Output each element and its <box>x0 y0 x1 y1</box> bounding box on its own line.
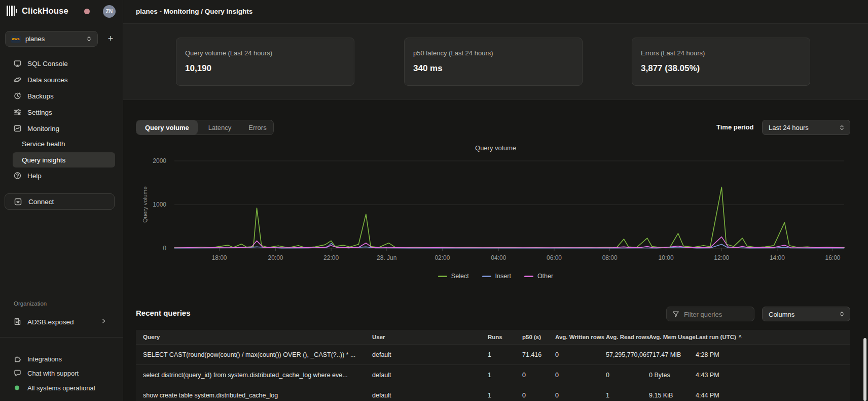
chart-tabs: Query volume Latency Errors <box>136 120 274 135</box>
tab-query-volume[interactable]: Query volume <box>136 120 198 135</box>
column-header[interactable]: Avg. Mem Usage <box>649 334 696 340</box>
chart-legend: SelectInsertOther <box>123 273 868 280</box>
table-cell: 4:43 PM <box>696 372 850 379</box>
table-cell: 0 <box>555 372 606 379</box>
legend-label: Insert <box>495 273 511 280</box>
legend-swatch-icon <box>524 276 533 277</box>
tab-errors[interactable]: Errors <box>242 120 273 135</box>
table-row[interactable]: show create table system.distributed_cac… <box>136 385 850 401</box>
y-tick-label: 1000 <box>153 201 166 208</box>
sidebar-item-settings[interactable]: Settings <box>0 104 123 120</box>
sidebar-item-integrations[interactable]: Integrations <box>0 351 123 366</box>
legend-label: Other <box>537 273 553 280</box>
table-cell: 9.15 KiB <box>649 392 696 399</box>
sidebar-item-label: Backups <box>27 92 54 99</box>
x-tick-label: 12:00 <box>714 254 729 261</box>
breadcrumb: planes - Monitoring / Query insights <box>136 8 252 15</box>
filter-queries-input[interactable]: Filter queries <box>666 307 754 321</box>
query-volume-chart: Query volume 01000200018:0020:0022:0028.… <box>123 140 868 287</box>
organization-item[interactable]: ADSB.exposed <box>0 314 123 329</box>
x-tick-label: 28. Jun <box>377 254 396 261</box>
funnel-icon <box>672 311 679 318</box>
sidebar-item-query-insights[interactable]: Query insights <box>13 152 115 168</box>
column-header[interactable]: Query <box>136 334 372 340</box>
sidebar-item-help[interactable]: Help <box>0 168 123 183</box>
sidebar-item-label: Settings <box>27 108 52 116</box>
table-cell: 4:28 PM <box>696 351 850 358</box>
sidebar-item-chat-support[interactable]: Chat with support <box>0 365 123 380</box>
columns-select[interactable]: Columns <box>762 307 850 321</box>
connect-button-label: Connect <box>28 198 54 206</box>
x-tick-label: 06:00 <box>547 254 562 261</box>
monitoring-icon <box>14 124 21 132</box>
service-selector[interactable]: aws planes <box>5 31 98 47</box>
legend-swatch-icon <box>482 276 491 277</box>
recent-queries-table: QueryUserRunsp50 (s)Avg. Written rowsAvg… <box>136 330 850 401</box>
table-cell: 0 <box>555 351 606 358</box>
table-cell: 57,295,770,069 <box>606 351 649 358</box>
sidebar-item-sql-console[interactable]: SQL Console <box>0 55 123 71</box>
footer-item-label: All systems operational <box>27 384 95 391</box>
brand-name: ClickHouse <box>22 6 68 16</box>
stat-card-errors: Errors (Last 24 hours) 3,877 (38.05%) <box>632 38 810 86</box>
table-row[interactable]: select distrinct(query_id) from system.d… <box>136 364 850 385</box>
organization-name: ADSB.exposed <box>27 318 74 325</box>
table-cell: 71.416 <box>522 351 555 358</box>
connect-icon <box>14 198 22 206</box>
add-service-button[interactable]: + <box>104 32 117 45</box>
chevron-right-icon <box>100 318 107 324</box>
legend-item-insert[interactable]: Insert <box>482 273 511 280</box>
avatar[interactable]: ZN <box>103 5 116 18</box>
column-header[interactable]: Last run (UTC)^ <box>696 334 850 340</box>
tab-latency[interactable]: Latency <box>198 120 242 135</box>
sql-console-icon <box>14 59 21 67</box>
footer-item-label: Integrations <box>27 355 62 362</box>
divider <box>0 337 123 338</box>
time-period-select[interactable]: Last 24 hours <box>762 120 850 135</box>
table-header-row: QueryUserRunsp50 (s)Avg. Written rowsAvg… <box>136 330 850 344</box>
filter-placeholder: Filter queries <box>684 310 722 318</box>
column-header[interactable]: Runs <box>488 334 522 340</box>
stat-value: 340 ms <box>413 63 443 74</box>
chevron-up-down-icon <box>86 36 92 42</box>
table-cell: 4:44 PM <box>696 392 850 399</box>
legend-item-select[interactable]: Select <box>438 273 469 280</box>
status-dot-icon <box>15 385 19 390</box>
sidebar-item-data-sources[interactable]: Data sources <box>0 72 123 87</box>
connect-button[interactable]: Connect <box>5 193 115 210</box>
stat-value: 10,190 <box>185 63 211 74</box>
vertical-scrollbar[interactable] <box>863 338 866 401</box>
sidebar-item-backups[interactable]: Backups <box>0 88 123 104</box>
table-cell: 0 Bytes <box>649 372 696 379</box>
table-cell: 0 <box>555 392 606 399</box>
table-cell: 0 <box>522 392 555 399</box>
column-header[interactable]: p50 (s) <box>522 334 555 340</box>
column-header[interactable]: Avg. Written rows <box>555 334 606 340</box>
sidebar-item-system-status[interactable]: All systems operational <box>0 380 123 395</box>
sidebar-item-monitoring[interactable]: Monitoring <box>0 120 123 136</box>
data-sources-icon <box>14 76 21 83</box>
clickhouse-logo-icon <box>7 6 19 16</box>
legend-item-other[interactable]: Other <box>524 273 553 280</box>
table-cell: show create table system.distributed_cac… <box>136 392 372 399</box>
table-cell: 0 <box>606 372 649 379</box>
time-period-label: Time period <box>716 120 753 135</box>
organization-heading: Organization <box>14 300 47 307</box>
column-header[interactable]: User <box>372 334 488 340</box>
table-cell: 1 <box>488 372 522 379</box>
table-cell: default <box>372 392 488 399</box>
stat-card-query-volume: Query volume (Last 24 hours) 10,190 <box>176 38 354 86</box>
y-axis-title: Query volume <box>142 186 148 223</box>
sidebar-item-service-health[interactable]: Service health <box>13 136 115 151</box>
x-tick-label: 16:00 <box>825 254 841 261</box>
y-tick-label: 2000 <box>153 157 166 164</box>
chart-plot-area[interactable]: 01000200018:0020:0022:0028. Jun02:0004:0… <box>123 152 868 268</box>
column-header[interactable]: Avg. Read rows <box>606 334 649 340</box>
section-title-recent-queries: Recent queries <box>136 309 191 317</box>
table-row[interactable]: SELECT CAST(round(pow(count() / max(coun… <box>136 344 850 364</box>
sidebar-item-label: Help <box>27 172 42 179</box>
main-content: planes - Monitoring / Query insights Que… <box>123 0 868 401</box>
y-tick-label: 0 <box>163 245 166 252</box>
x-tick-label: 10:00 <box>659 254 674 261</box>
notification-dot-icon[interactable] <box>84 9 90 14</box>
